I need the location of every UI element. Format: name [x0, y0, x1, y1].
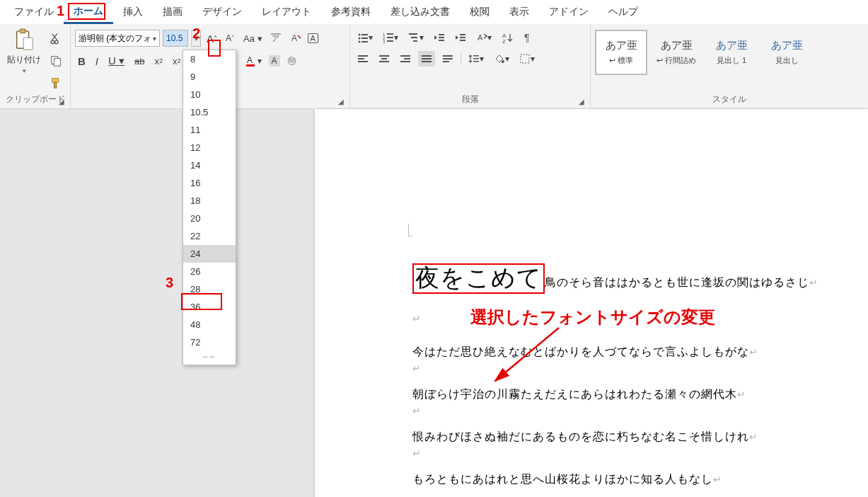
svg-text:3: 3 [383, 40, 386, 43]
clear-formatting-button[interactable]: A [288, 30, 305, 46]
svg-point-16 [359, 34, 361, 36]
style-tile-normal[interactable]: あア亜 ↩ 標準 [595, 30, 647, 75]
enclose-characters-button[interactable]: A [308, 33, 318, 43]
font-size-option-72[interactable]: 72 [183, 333, 236, 351]
font-size-option-10.5[interactable]: 10.5 [183, 103, 236, 121]
change-case-button[interactable]: Aa ▾ [241, 31, 265, 46]
font-name-value: 游明朝 (本文のフォ [79, 33, 151, 45]
paste-button[interactable]: 貼り付け ▾ [4, 27, 44, 76]
tab-addins[interactable]: アドイン [539, 0, 598, 24]
paragraph-mark: ↵ [412, 405, 421, 416]
tab-layout[interactable]: レイアウト [252, 0, 321, 24]
tab-draw[interactable]: 描画 [153, 0, 192, 24]
font-size-more[interactable]: ┈┈ [183, 351, 236, 362]
character-shading-button[interactable]: A [269, 55, 280, 67]
highlight-box-size-24 [181, 293, 222, 310]
font-size-option-9[interactable]: 9 [183, 68, 236, 86]
tab-view[interactable]: 表示 [499, 0, 539, 24]
font-size-option-11[interactable]: 11 [183, 121, 236, 139]
cut-button[interactable] [47, 30, 65, 47]
numbering-button[interactable]: 123 ▾ [380, 30, 401, 45]
superscript-button[interactable]: x2 [170, 54, 184, 69]
style-tile-heading[interactable]: あア亜 見出し [760, 30, 813, 75]
style-sample: あア亜 [716, 39, 748, 52]
svg-rect-7 [52, 79, 59, 82]
document-page[interactable]: 夜をこめて 鳥のそら音ははかるとも世に逢坂の関はゆるさじ↵ ↵ 今はただ思ひ絶え… [315, 109, 868, 497]
format-painter-button[interactable] [47, 75, 65, 92]
distribute-button[interactable] [439, 51, 456, 67]
font-launcher[interactable]: ◢ [338, 98, 344, 105]
font-size-dropdown[interactable]: 891010.511121416182022242628364872┈┈ [183, 50, 236, 365]
font-size-option-22[interactable]: 22 [183, 227, 236, 245]
tab-references[interactable]: 参考資料 [321, 0, 381, 24]
svg-rect-48 [404, 58, 410, 59]
corner-crop-mark [408, 224, 412, 236]
svg-rect-36 [460, 40, 465, 41]
numbering-icon: 123 [383, 32, 394, 43]
multilevel-icon [408, 32, 419, 43]
text-direction-button[interactable]: A ▾ [473, 30, 494, 45]
annotation-arrow [488, 324, 566, 388]
style-tile-nospace[interactable]: あア亜 ↩ 行間詰め [650, 30, 702, 75]
bullets-icon [357, 32, 369, 43]
borders-button[interactable]: ▾ [516, 51, 538, 67]
font-size-option-48[interactable]: 48 [183, 316, 236, 333]
font-name-combo[interactable]: 游明朝 (本文のフォ ▾ [75, 30, 160, 47]
phonetic-icon: ア [271, 33, 282, 44]
multilevel-list-button[interactable]: ▾ [405, 30, 427, 45]
shading-button[interactable]: ▾ [491, 51, 512, 67]
font-size-option-14[interactable]: 14 [183, 156, 236, 174]
underline-button[interactable]: U ▾ [105, 52, 127, 69]
svg-rect-25 [387, 37, 393, 38]
tab-insert[interactable]: 挿入 [113, 0, 153, 24]
style-sample: あア亜 [661, 39, 693, 52]
svg-text:A: A [478, 33, 483, 42]
font-size-option-12[interactable]: 12 [183, 139, 236, 156]
document-area: 選択したフォントサイズの変更 夜をこめて 鳥のそら音ははかるとも世に逢坂の関はゆ… [0, 109, 868, 497]
svg-rect-47 [400, 55, 410, 57]
tab-review[interactable]: 校閲 [460, 0, 499, 24]
font-size-option-20[interactable]: 20 [183, 210, 236, 227]
align-justify-button[interactable] [418, 51, 435, 67]
decrease-indent-button[interactable] [431, 30, 448, 45]
font-size-option-26[interactable]: 26 [183, 263, 236, 280]
bullets-button[interactable]: ▾ [354, 30, 376, 45]
show-marks-button[interactable]: ¶ [520, 30, 537, 45]
tab-help[interactable]: ヘルプ [598, 0, 648, 24]
align-center-button[interactable] [376, 51, 393, 67]
italic-button[interactable]: I [93, 53, 101, 69]
paragraph-launcher[interactable]: ◢ [579, 98, 584, 105]
strikethrough-button[interactable]: ab [132, 54, 147, 69]
phonetic-guide-button[interactable]: ア [268, 30, 285, 46]
font-size-option-18[interactable]: 18 [183, 192, 236, 210]
group-paragraph: ▾ 123 ▾ ▾ A ▾ AZ ¶ ▾ ▾ ▾ [350, 24, 591, 108]
bold-button[interactable]: B [75, 53, 88, 69]
font-size-option-16[interactable]: 16 [183, 174, 236, 192]
tab-mailings[interactable]: 差し込み文書 [381, 0, 460, 24]
svg-rect-41 [358, 55, 368, 57]
align-right-button[interactable] [397, 51, 414, 67]
line-spacing-button[interactable]: ▾ [465, 51, 487, 67]
annotation-text: 選択したフォントサイズの変更 [470, 306, 715, 329]
svg-rect-8 [54, 82, 57, 88]
style-tile-heading1[interactable]: あア亜 見出し 1 [705, 30, 758, 75]
clipboard-launcher[interactable]: ◢ [59, 98, 64, 105]
tab-file[interactable]: ファイル [4, 0, 64, 24]
font-size-option-10[interactable]: 10 [183, 86, 236, 103]
tab-design[interactable]: デザイン [192, 0, 252, 24]
svg-rect-49 [400, 61, 410, 62]
subscript-button[interactable]: x2 [151, 54, 166, 69]
font-color-button[interactable]: A ▾ [242, 52, 265, 69]
enclose-button[interactable]: ㊞ [284, 52, 299, 69]
font-size-option-24[interactable]: 24 [183, 245, 236, 263]
copy-button[interactable] [47, 52, 65, 69]
align-left-button[interactable] [354, 51, 371, 67]
increase-indent-button[interactable] [452, 30, 469, 45]
sort-button[interactable]: AZ [499, 30, 516, 45]
font-size-combo[interactable]: 10.5 [163, 30, 188, 47]
callout-number-3: 3 [166, 275, 173, 291]
shrink-font-button[interactable]: A˅ [223, 31, 238, 45]
doc-line-1-rest: 鳥のそら音ははかるとも世に逢坂の関はゆるさじ [545, 276, 809, 288]
svg-rect-60 [521, 55, 529, 63]
doc-line-3: 朝ぼらけ宇治の川霧たえだえにあらはれわたる瀬々の網代木↵ [412, 379, 746, 409]
